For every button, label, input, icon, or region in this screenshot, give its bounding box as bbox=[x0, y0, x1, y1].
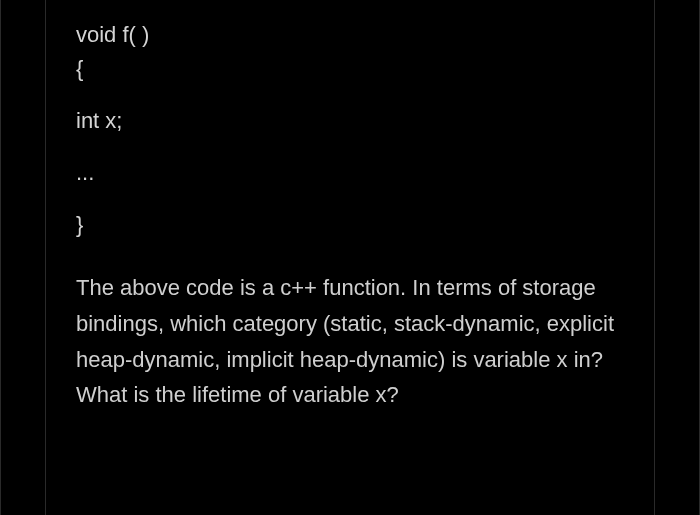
code-spacer bbox=[76, 138, 624, 156]
code-spacer bbox=[76, 86, 624, 104]
code-line-3: int x; bbox=[76, 104, 624, 138]
code-block: void f( ) { int x; ... } bbox=[76, 18, 624, 242]
question-text: The above code is a c++ function. In ter… bbox=[76, 270, 624, 413]
question-panel: void f( ) { int x; ... } The above code … bbox=[45, 0, 655, 515]
code-line-4: ... bbox=[76, 156, 624, 190]
outer-frame: void f( ) { int x; ... } The above code … bbox=[0, 0, 700, 515]
code-spacer bbox=[76, 190, 624, 208]
code-line-1: void f( ) bbox=[76, 18, 624, 52]
code-line-5: } bbox=[76, 208, 624, 242]
code-line-2: { bbox=[76, 52, 624, 86]
